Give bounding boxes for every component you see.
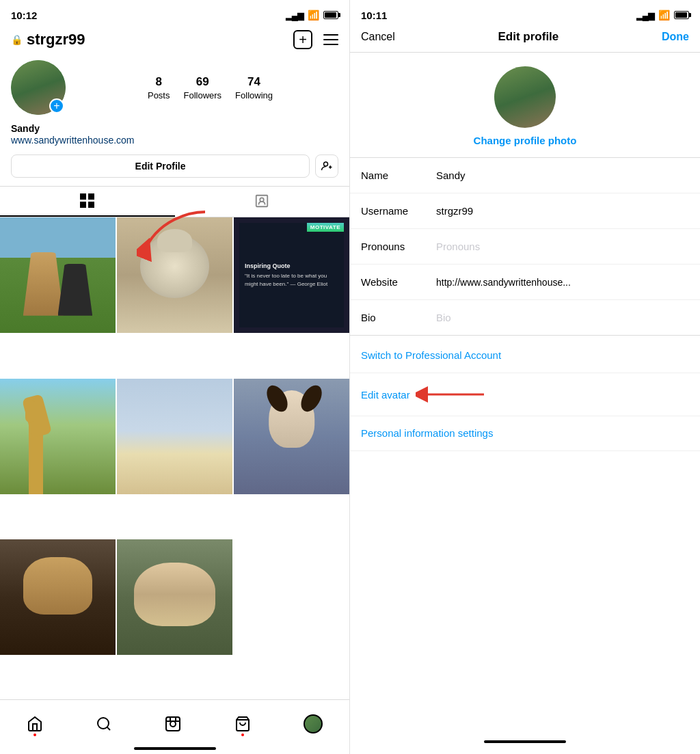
name-value[interactable]: Sandy: [436, 170, 689, 181]
grid-cell-3[interactable]: MOTIVATE Inspiring Quote "It is never to…: [234, 217, 349, 333]
lock-icon: 🔒: [11, 34, 23, 45]
grid-cell-5[interactable]: [117, 379, 232, 494]
form-row-pronouns[interactable]: Pronouns Pronouns: [350, 229, 700, 265]
left-panel: 10:12 ▂▄▆ 📶 🔒 strgzr99 + +: [0, 0, 350, 754]
right-header: Cancel Edit profile Done: [350, 30, 700, 53]
right-status-bar: 10:11 ▂▄▆ 📶: [350, 0, 700, 30]
pronouns-value[interactable]: Pronouns: [436, 241, 689, 252]
left-header: 🔒 strgzr99 +: [0, 30, 349, 55]
right-avatar: [494, 66, 556, 128]
tab-grid[interactable]: [0, 187, 175, 217]
form-row-name[interactable]: Name Sandy: [350, 158, 700, 193]
new-post-button[interactable]: +: [293, 30, 312, 49]
right-status-icons: ▂▄▆ 📶: [636, 10, 689, 21]
following-label: Following: [235, 90, 273, 100]
pronouns-label: Pronouns: [361, 241, 436, 252]
svg-rect-6: [80, 202, 86, 208]
followers-stat[interactable]: 69 Followers: [183, 75, 221, 100]
nav-home[interactable]: [27, 716, 43, 732]
username-row: 🔒 strgzr99: [11, 31, 85, 49]
wifi-icon: 📶: [308, 10, 319, 21]
professional-account-link[interactable]: Switch to Professional Account: [361, 349, 501, 361]
grid-cell-2[interactable]: [117, 217, 232, 333]
photo-grid: MOTIVATE Inspiring Quote "It is never to…: [0, 217, 349, 699]
form-row-website[interactable]: Website http://www.sandywrittenhouse...: [350, 265, 700, 300]
home-indicator-right: [484, 740, 566, 743]
followers-label: Followers: [183, 90, 221, 100]
right-panel: 10:11 ▂▄▆ 📶 Cancel Edit profile Done Cha…: [350, 0, 700, 754]
nav-profile[interactable]: [304, 714, 323, 733]
svg-point-0: [324, 162, 328, 166]
bio-value[interactable]: Bio: [436, 312, 689, 323]
edit-profile-button[interactable]: Edit Profile: [11, 154, 310, 178]
add-story-button[interactable]: +: [49, 98, 64, 113]
posts-stat[interactable]: 8 Posts: [148, 75, 170, 100]
nav-shop[interactable]: [234, 716, 251, 732]
action-buttons: Edit Profile: [0, 154, 349, 186]
quote-text: "It is never too late to be what you mig…: [245, 272, 338, 288]
nav-profile-avatar: [304, 714, 323, 733]
inspiring-quote-title: Inspiring Quote: [245, 262, 338, 269]
home-notification-dot: [33, 733, 36, 736]
tab-tagged[interactable]: [175, 187, 350, 217]
grid-cell-6[interactable]: [234, 379, 349, 494]
grid-cell-8[interactable]: [117, 539, 232, 655]
left-status-icons: ▂▄▆ 📶: [286, 10, 338, 21]
done-button[interactable]: Done: [662, 31, 689, 43]
following-stat[interactable]: 74 Following: [235, 75, 273, 100]
grid-cell-4[interactable]: [0, 379, 116, 494]
svg-point-13: [170, 721, 176, 727]
form-row-username[interactable]: Username strgzr99: [350, 193, 700, 229]
username-text: strgzr99: [27, 31, 85, 49]
battery-icon: [323, 11, 338, 19]
edit-avatar-row[interactable]: Edit avatar: [350, 373, 700, 416]
svg-rect-4: [80, 193, 86, 200]
form-section: Name Sandy Username strgzr99 Pronouns Pr…: [350, 158, 700, 733]
change-photo-text[interactable]: Change profile photo: [474, 135, 577, 146]
grid-cell-1[interactable]: [0, 217, 116, 333]
left-time: 10:12: [11, 10, 37, 21]
home-indicator-left: [134, 747, 216, 750]
svg-rect-12: [166, 717, 180, 731]
edit-avatar-link[interactable]: Edit avatar: [361, 389, 410, 401]
motivate-badge: MOTIVATE: [307, 223, 344, 232]
display-name: Sandy: [11, 123, 338, 134]
username-label: Username: [361, 205, 436, 217]
edit-profile-title: Edit profile: [498, 30, 559, 44]
right-signal-icon: ▂▄▆: [636, 10, 654, 21]
bottom-nav: [0, 699, 349, 754]
edit-avatar-container: Edit avatar: [361, 384, 689, 405]
right-home-bar: [350, 733, 700, 754]
profile-photo-section: Change profile photo: [350, 53, 700, 158]
website-value[interactable]: http://www.sandywrittenhouse...: [436, 277, 689, 288]
personal-info-link[interactable]: Personal information settings: [361, 427, 493, 439]
menu-button[interactable]: [323, 34, 338, 45]
cancel-button[interactable]: Cancel: [361, 31, 395, 43]
header-icons: +: [293, 30, 338, 49]
shop-notification-dot: [241, 733, 244, 736]
form-row-bio[interactable]: Bio Bio: [350, 300, 700, 336]
svg-point-10: [98, 718, 109, 729]
nav-reels[interactable]: [165, 716, 181, 732]
svg-rect-7: [88, 202, 94, 208]
left-status-bar: 10:12 ▂▄▆ 📶: [0, 0, 349, 30]
nav-search[interactable]: [96, 716, 112, 732]
website-label: Website: [361, 276, 436, 288]
personal-info-row[interactable]: Personal information settings: [350, 416, 700, 451]
svg-rect-5: [88, 193, 94, 200]
add-person-button[interactable]: [315, 154, 338, 178]
username-value[interactable]: strgzr99: [436, 205, 689, 217]
professional-account-row[interactable]: Switch to Professional Account: [350, 338, 700, 373]
right-battery-icon: [674, 11, 689, 19]
name-label: Name: [361, 170, 436, 181]
following-count: 74: [247, 75, 260, 89]
bio-label: Bio: [361, 312, 436, 323]
followers-count: 69: [196, 75, 209, 89]
edit-avatar-arrow: [416, 384, 491, 405]
website-link[interactable]: www.sandywrittenhouse.com: [11, 135, 135, 146]
avatar-container: +: [11, 60, 66, 115]
bio-section: Sandy www.sandywrittenhouse.com: [0, 123, 349, 154]
profile-section: + 8 Posts 69 Followers 74 Following: [0, 55, 349, 123]
grid-cell-7[interactable]: [0, 539, 116, 655]
stats-row: 8 Posts 69 Followers 74 Following: [82, 75, 338, 100]
